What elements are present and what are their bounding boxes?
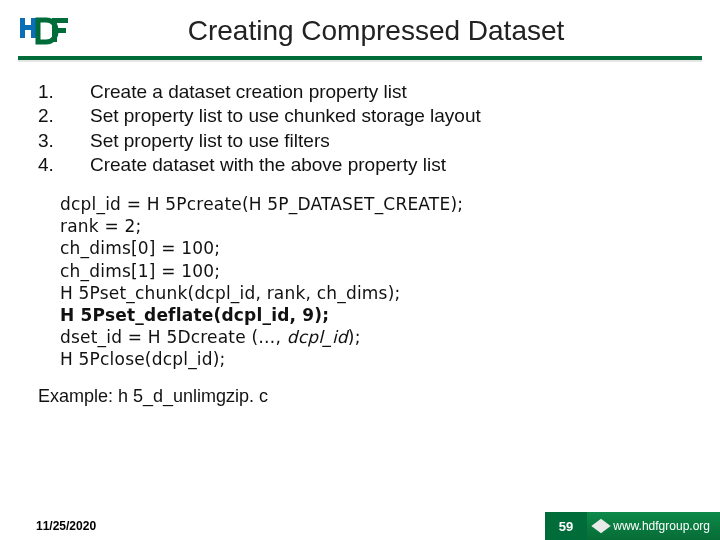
code-line: dset_id = H 5Dcreate (…, dcpl_id); xyxy=(60,326,708,348)
code-line: H 5Pclose(dcpl_id); xyxy=(60,348,708,370)
org-url: www.hdfgroup.org xyxy=(613,519,710,533)
slide-footer: 11/25/2020 59 www.hdfgroup.org xyxy=(0,512,720,540)
cube-icon xyxy=(592,519,611,534)
list-item: 2.Set property list to use chunked stora… xyxy=(38,104,708,128)
hdfgroup-badge: www.hdfgroup.org xyxy=(587,512,720,540)
slide-header: Creating Compressed Dataset xyxy=(0,0,720,56)
step-text: Set property list to use filters xyxy=(90,129,330,153)
list-item: 4.Create dataset with the above property… xyxy=(38,153,708,177)
step-text: Create dataset with the above property l… xyxy=(90,153,446,177)
code-line: ch_dims[0] = 100; xyxy=(60,237,708,259)
code-line: H 5Pset_chunk(dcpl_id, rank, ch_dims); xyxy=(60,282,708,304)
list-item: 3.Set property list to use filters xyxy=(38,129,708,153)
code-line: rank = 2; xyxy=(60,215,708,237)
title-divider xyxy=(0,56,720,62)
code-line: H 5Pset_deflate(dcpl_id, 9); xyxy=(60,304,708,326)
page-number: 59 xyxy=(545,512,587,540)
code-line: dcpl_id = H 5Pcreate(H 5P_DATASET_CREATE… xyxy=(60,193,708,215)
example-label: Example: h 5_d_unlimgzip. c xyxy=(38,386,708,407)
list-item: 1.Create a dataset creation property lis… xyxy=(38,80,708,104)
page-title: Creating Compressed Dataset xyxy=(32,15,720,47)
hdf-logo-icon xyxy=(18,14,72,48)
steps-list: 1.Create a dataset creation property lis… xyxy=(38,80,708,177)
footer-date: 11/25/2020 xyxy=(0,512,545,540)
code-block: dcpl_id = H 5Pcreate(H 5P_DATASET_CREATE… xyxy=(60,193,708,370)
code-line: ch_dims[1] = 100; xyxy=(60,260,708,282)
step-text: Create a dataset creation property list xyxy=(90,80,407,104)
slide-body: 1.Create a dataset creation property lis… xyxy=(0,62,720,407)
step-text: Set property list to use chunked storage… xyxy=(90,104,481,128)
